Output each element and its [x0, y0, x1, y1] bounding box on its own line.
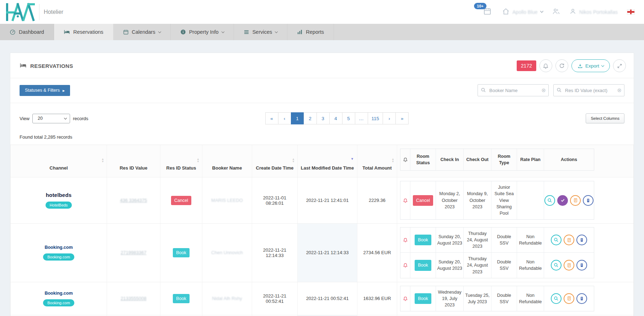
invoice-button[interactable] — [564, 293, 574, 304]
nav-dashboard[interactable]: Dashboard — [0, 24, 54, 40]
nav-calendars[interactable]: Calendars — [113, 24, 171, 40]
reservations-card: RESERVATIONS 2172 Export Statuses & Filt… — [10, 53, 634, 316]
check-in-cell: Sunday 20, August 2023 — [436, 253, 464, 278]
invoice-button[interactable] — [564, 260, 574, 271]
col-header-room-status: Room Status — [410, 149, 436, 170]
room-alert-cell[interactable] — [400, 253, 410, 278]
room-status-badge: Book — [415, 235, 431, 245]
clear-input-icon[interactable]: ⊗ — [541, 87, 546, 93]
res-id-input[interactable] — [553, 84, 624, 96]
col-header-room-type: Room Type — [491, 149, 517, 170]
res-id-cell: 2719983367 — [107, 224, 160, 282]
room-type-cell: Double SSV — [491, 286, 517, 311]
view-room-button[interactable] — [544, 195, 555, 206]
card-header: RESERVATIONS 2172 Export — [10, 53, 634, 78]
invoice-button[interactable] — [564, 235, 574, 245]
modified-cell: 2022-11-21 12:14:33 — [298, 224, 357, 282]
device-button[interactable] — [576, 260, 587, 271]
chevron-down-icon — [540, 10, 543, 13]
col-header-create-date[interactable]: Create Date Time ▲▼ — [252, 145, 298, 177]
col-header-last-modified[interactable]: Last Modified Date Time ▼ — [298, 145, 357, 177]
pagination-page-3[interactable]: 3 — [316, 112, 330, 124]
fullscreen-button[interactable] — [613, 59, 626, 72]
created-cell: 2022-11-01 08:26:01 — [252, 177, 298, 223]
pagination-page-2[interactable]: 2 — [304, 112, 317, 124]
check-out-cell: Thursday 24, August 2023 — [464, 227, 491, 252]
pagination-prev[interactable]: ‹ — [278, 112, 291, 124]
select-columns-button[interactable]: Select Columns — [586, 113, 624, 123]
col-header-channel[interactable]: Channel ▲▼ — [10, 145, 107, 177]
room-type-cell: Double SSV — [491, 227, 517, 252]
device-button[interactable] — [576, 235, 587, 245]
pagination-page-115[interactable]: 115 — [368, 112, 383, 124]
detail-line: Book Sunday 20, August 2023 Thursday 24,… — [400, 227, 594, 252]
refresh-button[interactable] — [555, 59, 568, 72]
pagination-first[interactable]: « — [265, 112, 278, 124]
user-name: Nikos Portokallas — [579, 9, 618, 15]
filters-row: Statuses & Filters ▸ ⊗ ⊗ — [10, 78, 634, 103]
col-header-check-in: Check In — [436, 149, 464, 170]
col-header-res-id-status[interactable]: Res ID Status ▲▼ — [160, 145, 202, 177]
clear-input-icon[interactable]: ⊗ — [617, 87, 622, 93]
nav-services[interactable]: Services — [234, 24, 288, 40]
res-id-link[interactable]: 436 3364375 — [120, 198, 147, 203]
bell-column-header — [400, 149, 410, 170]
nav-reports[interactable]: Reports — [287, 24, 334, 40]
invoice-button[interactable] — [570, 195, 581, 206]
details-cell: Book Wednesday 19, July 2023 Tuesday 25,… — [397, 282, 634, 315]
room-status-cell: Book — [410, 253, 436, 278]
pagination-page-1[interactable]: 1 — [291, 112, 304, 124]
device-button[interactable] — [576, 293, 587, 304]
view-room-button[interactable] — [551, 293, 561, 304]
view-room-button[interactable] — [551, 235, 561, 245]
approve-button[interactable] — [557, 195, 568, 206]
users-icon[interactable] — [552, 7, 560, 17]
room-status-badge: Book — [415, 293, 431, 304]
mobile-device-icon — [580, 238, 584, 242]
bed-icon — [20, 62, 27, 70]
sort-icons: ▲▼ — [292, 158, 295, 163]
check-out-cell: Tuesday 25, July 2023 — [464, 286, 491, 311]
property-switcher[interactable]: Apollo Blue — [502, 8, 543, 16]
export-button[interactable]: Export — [571, 59, 610, 72]
room-type-cell: Junior Suite Sea View Sharing Pool — [491, 181, 517, 219]
res-id-link[interactable]: 2719983367 — [121, 250, 146, 255]
pagination-next[interactable]: › — [383, 112, 396, 124]
room-alert-cell[interactable] — [400, 181, 410, 219]
notification-count-badge[interactable]: 10+ — [474, 3, 486, 9]
alerts-button[interactable] — [539, 59, 552, 72]
pagination-last[interactable]: » — [395, 112, 409, 124]
modified-cell: 2022-11-21 12:41:01 — [298, 177, 357, 223]
col-header-booker-name[interactable]: Booker Name — [202, 145, 252, 177]
col-label: Channel — [49, 165, 68, 171]
nav-label: Dashboard — [19, 29, 44, 35]
user-menu[interactable]: Nikos Portokallas — [569, 8, 618, 16]
device-button[interactable] — [583, 195, 594, 206]
mobile-device-icon — [586, 198, 590, 203]
pagination-page-4[interactable]: 4 — [329, 112, 342, 124]
details-header: Room Status Check In Check Out Room Type… — [397, 145, 634, 177]
nav-reservations[interactable]: Reservations — [54, 24, 113, 40]
page-title: RESERVATIONS — [20, 62, 73, 70]
res-id-link[interactable]: 2133555008 — [121, 296, 146, 301]
nav-property-info[interactable]: Property Info — [171, 24, 234, 40]
status-cell: Book — [160, 282, 202, 315]
col-header-res-id-value[interactable]: Res ID Value — [107, 145, 160, 177]
brand[interactable]: Hotelier — [4, 3, 63, 21]
room-alert-cell[interactable] — [400, 227, 410, 252]
room-status-cell: Book — [410, 286, 436, 311]
detail-line: Cancel Monday 2, October 2023 Monday 9, … — [400, 181, 594, 219]
channel-cell: Booking.com Booking.com — [10, 224, 107, 282]
pagination-page-5[interactable]: 5 — [342, 112, 355, 124]
view-room-button[interactable] — [551, 260, 561, 271]
notifications-button[interactable]: 10+ — [483, 7, 491, 17]
page-size-select[interactable]: 20 — [32, 114, 70, 123]
booker-name-input[interactable] — [478, 84, 549, 96]
statuses-filters-button[interactable]: Statuses & Filters ▸ — [20, 85, 70, 96]
room-alert-cell[interactable] — [400, 286, 410, 311]
language-flag-england-icon[interactable] — [627, 9, 635, 15]
col-header-total-amount[interactable]: Total Amount ▲▼ — [357, 145, 397, 177]
pagination-ellipsis[interactable]: … — [355, 112, 368, 124]
col-label: Booker Name — [212, 165, 242, 171]
search-icon — [481, 87, 486, 94]
